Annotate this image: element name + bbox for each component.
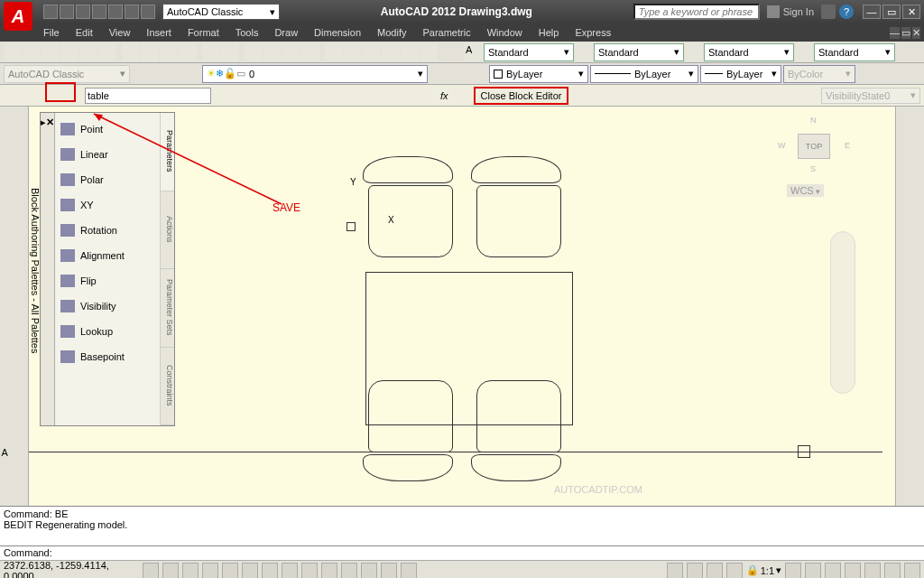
vis-hide-button[interactable]	[801, 87, 819, 105]
paste-button[interactable]	[160, 43, 178, 61]
chamfer-tool[interactable]	[898, 368, 923, 386]
menu-help[interactable]: Help	[531, 25, 567, 40]
dyn-button[interactable]	[301, 563, 318, 579]
palette-tab-parametersets[interactable]: Parameter Sets	[161, 269, 174, 348]
layout-button[interactable]	[687, 563, 703, 579]
region-tool[interactable]	[2, 407, 27, 425]
palette-item-alignment[interactable]: Alignment	[57, 243, 158, 268]
osnap-button[interactable]	[222, 563, 238, 579]
autoconstraint-button[interactable]	[240, 87, 258, 105]
new-icon[interactable]	[43, 5, 58, 19]
annoscale-select[interactable]: 🔒 1:1 ▾	[746, 564, 781, 576]
menu-file[interactable]: File	[36, 25, 67, 40]
dimstyle-select[interactable]: Standard▾	[594, 43, 684, 61]
app-menu-button[interactable]: A	[4, 2, 32, 31]
pline-tool[interactable]	[2, 129, 27, 147]
cleanscreen-button[interactable]	[904, 563, 920, 579]
layer-prev-button[interactable]	[448, 66, 464, 82]
annovisible-button[interactable]	[785, 563, 801, 579]
ducs-button[interactable]	[282, 563, 298, 579]
palette-item-rotation[interactable]: Rotation	[57, 218, 158, 243]
palette-item-basepoint[interactable]: Basepoint	[57, 344, 158, 369]
copy-button[interactable]	[141, 43, 159, 61]
palette-tab-parameters[interactable]: Parameters	[161, 113, 174, 191]
construction-button[interactable]	[419, 87, 437, 105]
maximize-button[interactable]: ▭	[882, 5, 901, 19]
menu-modify[interactable]: Modify	[370, 25, 413, 40]
vis-mode-button[interactable]	[762, 87, 780, 105]
line-tool[interactable]	[2, 109, 27, 127]
show-constraint-button[interactable]	[260, 87, 278, 105]
ellipsearc-tool[interactable]	[2, 288, 27, 306]
qp-button[interactable]	[361, 563, 377, 579]
textstyle-icon[interactable]: A	[465, 43, 483, 61]
insert-tool[interactable]	[2, 308, 27, 326]
dc-button[interactable]	[344, 43, 362, 61]
erase-tool[interactable]	[898, 109, 923, 127]
select-tool[interactable]	[898, 487, 923, 505]
param-mgr-button[interactable]	[280, 87, 298, 105]
rotate-tool[interactable]	[898, 228, 923, 247]
tpy-button[interactable]	[341, 563, 357, 579]
qv-button[interactable]	[707, 563, 723, 579]
spline-tool[interactable]	[2, 248, 27, 266]
am-button[interactable]	[401, 563, 417, 579]
doc-restore-button[interactable]: ▭	[901, 27, 910, 39]
palette-item-xy[interactable]: XY	[57, 192, 158, 218]
rectangle-tool[interactable]	[2, 169, 27, 187]
calc-button[interactable]	[420, 43, 438, 61]
palette-item-visibility[interactable]: Visibility	[57, 294, 158, 319]
menu-express[interactable]: Express	[568, 25, 618, 40]
mleaderstyle-icon[interactable]	[795, 43, 813, 61]
exchange-icon[interactable]	[821, 5, 836, 19]
menu-window[interactable]: Window	[480, 25, 530, 40]
drawing-canvas[interactable]: ✕ ▸ Block Authoring Palettes - All Palet…	[29, 107, 895, 506]
menu-insert[interactable]: Insert	[139, 25, 179, 40]
action-button[interactable]	[339, 87, 357, 105]
dimstyle-icon[interactable]	[575, 43, 593, 61]
doc-minimize-button[interactable]: —	[890, 27, 900, 39]
circle-tool[interactable]	[2, 209, 27, 227]
break-tool[interactable]	[898, 328, 923, 346]
ws-settings-icon[interactable]	[134, 66, 150, 82]
addselected-tool[interactable]	[2, 467, 27, 485]
new-button[interactable]	[4, 43, 22, 61]
signin-button[interactable]: Sign In	[767, 5, 814, 18]
command-input[interactable]: Command:	[0, 545, 924, 560]
mirror-tool[interactable]	[898, 149, 923, 167]
plot-button[interactable]	[60, 43, 79, 61]
point-tool[interactable]	[2, 348, 27, 366]
lineweight-select[interactable]: ByLayer▾	[700, 65, 781, 83]
mtext-tool[interactable]: A	[2, 447, 27, 465]
zoom-window-button[interactable]	[282, 43, 300, 61]
undo-icon[interactable]	[125, 5, 139, 19]
menu-format[interactable]: Format	[180, 25, 226, 40]
3dosnap-button[interactable]	[242, 563, 258, 579]
authoring-button[interactable]	[379, 87, 397, 105]
coordinates[interactable]: 2372.6138, -1259.4114, 0.0000	[4, 560, 139, 579]
join-tool[interactable]	[898, 348, 923, 366]
ws-button[interactable]	[825, 563, 841, 579]
cut-button[interactable]	[122, 43, 140, 61]
pan-button[interactable]	[245, 43, 263, 61]
polygon-tool[interactable]	[2, 149, 27, 167]
properties-button[interactable]	[325, 43, 343, 61]
fillet-tool[interactable]	[898, 387, 923, 406]
menu-dimension[interactable]: Dimension	[307, 25, 368, 40]
redo-icon[interactable]	[141, 5, 155, 19]
textstyle-select[interactable]: Standard▾	[484, 43, 574, 61]
color-select[interactable]: ByLayer▾	[489, 65, 588, 83]
grid-button[interactable]	[162, 563, 179, 579]
workspace-label[interactable]: AutoCAD Classic▾	[4, 65, 130, 83]
palette-item-lookup[interactable]: Lookup	[57, 319, 158, 344]
lwt-button[interactable]	[321, 563, 337, 579]
attribute-button[interactable]	[359, 87, 377, 105]
menu-tools[interactable]: Tools	[228, 25, 266, 40]
wcs-label[interactable]: WCS ▾	[787, 184, 824, 197]
qvl-button[interactable]	[726, 563, 743, 579]
palette-tab-constraints[interactable]: Constraints	[161, 348, 174, 426]
menu-parametric[interactable]: Parametric	[415, 25, 477, 40]
toolbar-lock-button[interactable]	[845, 563, 861, 579]
help-icon[interactable]: ?	[839, 5, 854, 19]
vis-show-button[interactable]	[781, 87, 799, 105]
